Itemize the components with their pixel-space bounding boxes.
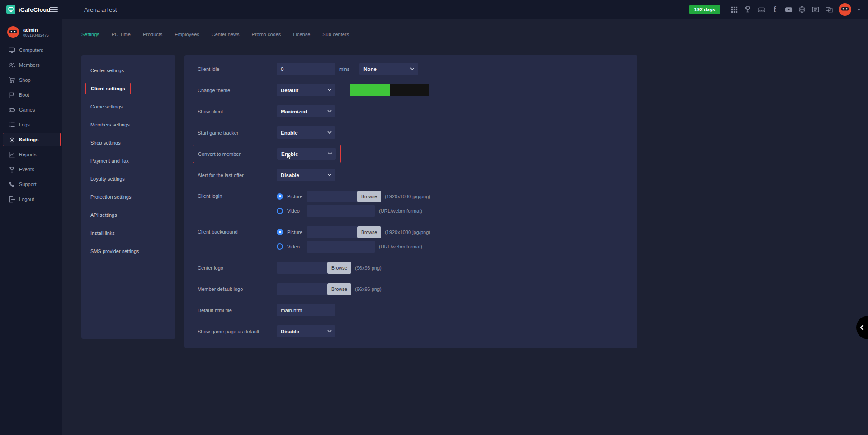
client-login-picture-path[interactable] xyxy=(307,191,357,202)
client-login-picture-browse-button[interactable]: Browse xyxy=(357,191,381,202)
sidebar-user-avatar xyxy=(7,26,19,38)
client-background-label: Client background xyxy=(198,229,277,234)
client-background-picture-line: Picture Browse (1920x1080 jpg/png) xyxy=(277,226,430,238)
sidebar-item-settings[interactable]: Settings xyxy=(3,133,61,146)
sidebar-item-computers[interactable]: Computers xyxy=(3,43,61,57)
gear-icon xyxy=(9,136,15,143)
start-game-tracker-select[interactable]: Enable xyxy=(277,126,335,139)
facebook-icon[interactable]: f xyxy=(771,5,779,14)
center-logo-path[interactable] xyxy=(277,262,327,274)
subnav-protection-settings[interactable]: Protection settings xyxy=(90,188,166,206)
client-login-picture-radio[interactable] xyxy=(277,193,283,200)
sidebar-item-logs[interactable]: Logs xyxy=(3,118,61,131)
show-client-select[interactable]: Maximized xyxy=(277,105,335,117)
row-show-game-page: Show game page as default Disable xyxy=(198,325,624,337)
row-change-theme: Change theme Default xyxy=(198,84,624,96)
sidebar-item-logout[interactable]: Logout xyxy=(3,192,61,206)
tab-employees[interactable]: Employees xyxy=(175,32,199,37)
tournament-trophy-icon[interactable] xyxy=(744,5,752,14)
subnav-center-settings[interactable]: Center settings xyxy=(90,61,166,80)
chevron-down-icon xyxy=(327,330,332,333)
sidebar-item-label: Events xyxy=(19,167,34,172)
video-radio-label: Video xyxy=(287,244,307,249)
topbar-actions: 192 days f xyxy=(689,3,868,16)
show-game-page-label: Show game page as default xyxy=(198,329,277,334)
row-show-client: Show client Maximized xyxy=(198,105,624,117)
keyboard-icon[interactable] xyxy=(757,5,765,14)
theme-swatch-green xyxy=(350,84,390,96)
chevron-down-icon xyxy=(327,110,332,113)
default-html-file-input[interactable] xyxy=(277,304,335,316)
show-game-page-select[interactable]: Disable xyxy=(277,325,335,337)
default-html-file-label: Default html file xyxy=(198,308,277,313)
news-card-icon[interactable] xyxy=(811,5,820,14)
tab-center-news[interactable]: Center news xyxy=(212,32,240,37)
subnav-game-settings[interactable]: Game settings xyxy=(90,98,166,116)
client-login-video-radio[interactable] xyxy=(277,208,283,214)
client-login-picture-filebox: Browse xyxy=(307,191,381,202)
globe-icon[interactable] xyxy=(798,5,806,14)
video-format-hint: (URL/webm format) xyxy=(379,244,422,249)
subnav-api-settings[interactable]: API settings xyxy=(90,206,166,224)
change-theme-select[interactable]: Default xyxy=(277,84,335,96)
client-background-picture-radio[interactable] xyxy=(277,229,283,235)
client-idle-action-select[interactable]: None xyxy=(359,63,418,75)
member-default-logo-browse-button[interactable]: Browse xyxy=(327,283,351,295)
sidebar-user[interactable]: admin 005193482475 xyxy=(0,23,62,43)
row-convert-to-member: Convert to member Enable xyxy=(193,145,341,163)
sidebar-item-label: Games xyxy=(19,107,35,112)
apps-grid-icon[interactable] xyxy=(730,5,738,14)
client-background-video-radio[interactable] xyxy=(277,243,283,250)
topbar: iCafeCloud Arena aiTest 192 days f xyxy=(0,0,868,19)
subnav-client-settings[interactable]: Client settings xyxy=(90,80,166,98)
license-days-badge[interactable]: 192 days xyxy=(689,5,720,14)
tab-products[interactable]: Products xyxy=(143,32,162,37)
user-avatar[interactable] xyxy=(839,3,851,16)
sidebar-item-reports[interactable]: Reports xyxy=(3,148,61,161)
client-background-video-input[interactable] xyxy=(307,241,375,253)
phone-icon xyxy=(9,181,15,188)
member-default-logo-label: Member default logo xyxy=(198,286,277,292)
video-format-hint: (URL/webm format) xyxy=(379,208,422,214)
alert-last-offer-select[interactable]: Disable xyxy=(277,169,335,181)
tab-pc-time[interactable]: PC Time xyxy=(112,32,131,37)
client-idle-input[interactable] xyxy=(277,63,335,75)
picture-radio-label: Picture xyxy=(287,194,307,199)
sidebar-item-label: Support xyxy=(19,182,37,187)
convert-to-member-select[interactable]: Enable xyxy=(277,148,336,160)
client-login-video-line: Video (URL/webm format) xyxy=(277,205,430,217)
client-login-label: Client login xyxy=(198,193,277,199)
chevron-down-icon[interactable] xyxy=(857,8,861,11)
subnav-install-links[interactable]: Install links xyxy=(90,224,166,242)
alert-last-offer-label: Alert for the last offer xyxy=(198,173,277,178)
menu-toggle-icon[interactable] xyxy=(50,7,58,12)
member-default-logo-path[interactable] xyxy=(277,283,327,295)
picture-radio-label: Picture xyxy=(287,229,307,235)
subnav-members-settings[interactable]: Members settings xyxy=(90,116,166,134)
tab-sub-centers[interactable]: Sub centers xyxy=(322,32,349,37)
screens-overlap-icon[interactable] xyxy=(825,5,833,14)
center-logo-browse-button[interactable]: Browse xyxy=(327,262,351,274)
client-background-picture-browse-button[interactable]: Browse xyxy=(357,226,381,238)
sidebar-item-boot[interactable]: Boot xyxy=(3,88,61,102)
sidebar-item-events[interactable]: Events xyxy=(3,163,61,176)
start-game-tracker-label: Start game tracker xyxy=(198,130,277,136)
subnav-loyalty-settings[interactable]: Loyalty settings xyxy=(90,170,166,188)
row-start-game-tracker: Start game tracker Enable xyxy=(198,126,624,139)
sidebar-item-support[interactable]: Support xyxy=(3,178,61,191)
client-background-picture-path[interactable] xyxy=(307,226,357,238)
video-radio-label: Video xyxy=(287,208,307,214)
sidebar-item-games[interactable]: Games xyxy=(3,103,61,117)
center-logo-filebox: Browse xyxy=(277,262,351,274)
member-default-logo-filebox: Browse xyxy=(277,283,351,295)
sidebar-item-members[interactable]: Members xyxy=(3,58,61,72)
sidebar-item-shop[interactable]: Shop xyxy=(3,73,61,87)
tab-license[interactable]: License xyxy=(293,32,310,37)
tab-settings[interactable]: Settings xyxy=(81,32,99,37)
subnav-payment-and-tax[interactable]: Payment and Tax xyxy=(90,152,166,170)
subnav-shop-settings[interactable]: Shop settings xyxy=(90,134,166,152)
subnav-sms-provider-settings[interactable]: SMS provider settings xyxy=(90,242,166,260)
tab-promo-codes[interactable]: Promo codes xyxy=(252,32,281,37)
client-login-video-input[interactable] xyxy=(307,205,375,217)
youtube-icon[interactable] xyxy=(784,5,793,14)
